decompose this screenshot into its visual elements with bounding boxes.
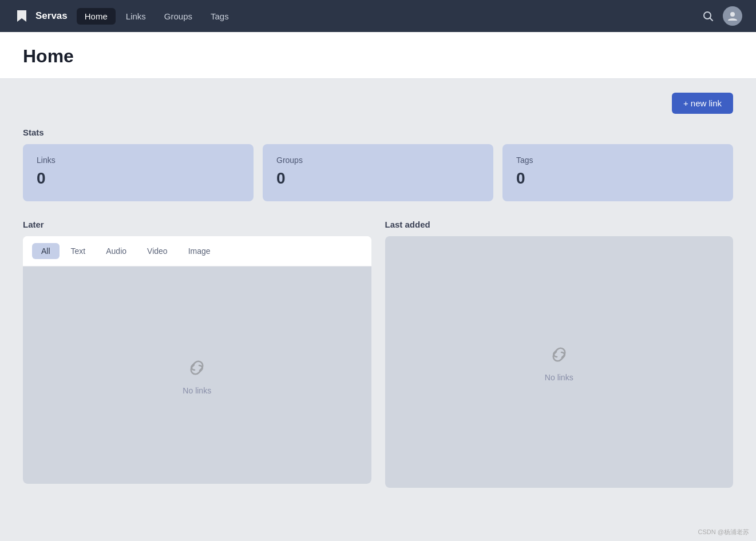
chain-icon bbox=[184, 355, 209, 380]
stat-value-groups: 0 bbox=[276, 169, 480, 188]
last-added-empty-text: No links bbox=[545, 373, 573, 382]
later-empty-area: No links bbox=[23, 266, 371, 484]
lower-grid: Later All Text Audio Video Image No link… bbox=[23, 220, 733, 488]
last-added-section: Last added No links bbox=[385, 220, 734, 488]
tab-text[interactable]: Text bbox=[62, 243, 95, 259]
later-label: Later bbox=[23, 220, 371, 229]
stat-card-tags: Tags 0 bbox=[502, 144, 733, 201]
last-added-label: Last added bbox=[385, 220, 734, 229]
stat-label-groups: Groups bbox=[276, 156, 480, 165]
nav-item-tags[interactable]: Tags bbox=[203, 8, 237, 25]
later-tabs: All Text Audio Video Image bbox=[23, 236, 371, 266]
stat-card-links: Links 0 bbox=[23, 144, 254, 201]
stat-label-links: Links bbox=[37, 156, 240, 165]
later-panel: All Text Audio Video Image No links bbox=[23, 236, 371, 484]
nav-item-home[interactable]: Home bbox=[77, 8, 116, 25]
stat-card-groups: Groups 0 bbox=[263, 144, 493, 201]
stat-label-tags: Tags bbox=[516, 156, 719, 165]
stat-value-tags: 0 bbox=[516, 169, 719, 188]
tab-video[interactable]: Video bbox=[138, 243, 177, 259]
tab-all[interactable]: All bbox=[32, 243, 60, 259]
navbar-right bbox=[702, 6, 742, 26]
svg-point-2 bbox=[730, 12, 735, 17]
later-empty-text: No links bbox=[183, 386, 211, 395]
navbar: Servas Home Links Groups Tags bbox=[0, 0, 756, 32]
stats-section: Stats Links 0 Groups 0 Tags 0 bbox=[23, 128, 733, 201]
page-title: Home bbox=[23, 46, 733, 67]
main-content: + new link Stats Links 0 Groups 0 Tags 0… bbox=[0, 79, 756, 541]
nav-links: Home Links Groups Tags bbox=[77, 8, 698, 25]
watermark: CSDN @杨浦老苏 bbox=[698, 528, 749, 536]
svg-line-1 bbox=[710, 18, 713, 21]
stats-label: Stats bbox=[23, 128, 733, 137]
tab-image[interactable]: Image bbox=[179, 243, 220, 259]
stat-value-links: 0 bbox=[37, 169, 240, 188]
brand[interactable]: Servas bbox=[14, 8, 68, 24]
avatar[interactable] bbox=[723, 6, 742, 26]
chain-icon-last bbox=[547, 342, 572, 367]
brand-icon bbox=[14, 8, 30, 24]
new-link-button[interactable]: + new link bbox=[672, 93, 733, 114]
nav-item-groups[interactable]: Groups bbox=[156, 8, 200, 25]
search-icon[interactable] bbox=[702, 10, 714, 22]
page-header: Home bbox=[0, 32, 756, 79]
last-added-panel: No links bbox=[385, 236, 734, 488]
brand-label: Servas bbox=[35, 10, 68, 22]
toolbar: + new link bbox=[23, 93, 733, 114]
nav-item-links[interactable]: Links bbox=[118, 8, 154, 25]
stats-grid: Links 0 Groups 0 Tags 0 bbox=[23, 144, 733, 201]
later-section: Later All Text Audio Video Image No link… bbox=[23, 220, 371, 488]
tab-audio[interactable]: Audio bbox=[97, 243, 136, 259]
